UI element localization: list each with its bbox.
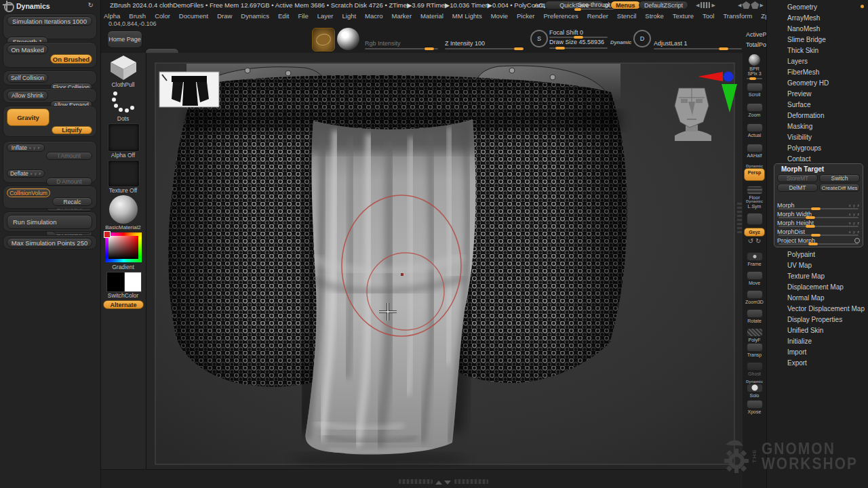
morph-dist-slider[interactable]: MorphDistx y z — [777, 227, 860, 236]
xpose-button[interactable]: Xpose — [744, 400, 765, 414]
color-picker[interactable] — [105, 232, 142, 262]
draw-size-track[interactable] — [549, 47, 608, 49]
floor-button[interactable]: Floor — [744, 186, 765, 200]
menu-item[interactable]: Transform — [721, 12, 754, 20]
tool-section-item[interactable]: Texture Map — [767, 271, 868, 282]
tool-section-item[interactable]: Displacement Map — [767, 282, 868, 293]
i-amount-slider[interactable]: I Amount — [46, 152, 92, 160]
menu-item[interactable]: Render — [585, 12, 610, 20]
solo-button[interactable]: Dynamic Solo — [744, 380, 765, 398]
tool-section-item[interactable]: Vector Displacement Map — [767, 304, 868, 314]
menu-item[interactable]: Macro — [363, 12, 384, 20]
xyz-axis-toggle-icon[interactable]: x y z — [849, 203, 860, 207]
menu-item[interactable]: Stroke — [643, 12, 665, 20]
self-collision-slider[interactable]: Self Collision — [7, 73, 48, 83]
tray-divider-grip-right[interactable] — [454, 479, 488, 484]
texture-off-thumbnail[interactable] — [108, 160, 140, 187]
tool-section-item[interactable]: NanoMesh — [767, 24, 868, 35]
switch-button[interactable]: Switch — [819, 174, 860, 182]
draw-size-slider[interactable]: Draw Size 45.58936 — [549, 39, 604, 45]
refresh-icon[interactable]: ↻ — [88, 1, 94, 9]
ui-size-widget-icon[interactable]: ◀▶ — [696, 1, 715, 9]
tool-section-item[interactable]: Polygroups — [767, 143, 868, 154]
inflate-button[interactable]: Inflatex y z — [7, 144, 45, 152]
tool-section-item[interactable]: FiberMesh — [767, 67, 868, 78]
move-3d-button[interactable]: Move — [744, 271, 765, 285]
collision-volume-toggle[interactable]: CollisionVolum — [7, 188, 50, 197]
tool-section-item[interactable]: Geometry HD — [767, 78, 868, 89]
home-page-button[interactable]: Home Page — [107, 30, 142, 48]
tool-section-item[interactable]: Geometry — [767, 2, 868, 13]
xyz-axis-toggle-icon[interactable]: x y z — [849, 230, 860, 234]
tool-section-item[interactable]: Initialize — [767, 336, 868, 347]
max-simulation-points-slider[interactable]: Max Simulation Points 250 — [7, 238, 92, 247]
menu-item[interactable]: Marker — [390, 12, 414, 20]
main-color-swatch[interactable] — [106, 272, 125, 292]
tool-section-item[interactable]: Normal Map — [767, 293, 868, 304]
polymesh-widget-icon[interactable]: ◀▶ — [738, 1, 764, 9]
menu-item[interactable]: Light — [340, 12, 358, 20]
rotate-3d-button[interactable]: Rotate — [744, 309, 765, 323]
focal-shift-slider[interactable]: Focal Shift 0 — [549, 29, 583, 36]
gravity-button[interactable]: Gravity — [7, 108, 50, 126]
z-intensity-slider[interactable]: Z Intensity 100 — [445, 40, 485, 47]
morph-slider[interactable]: Morphx y z — [777, 201, 860, 209]
tool-section-item[interactable]: Export — [767, 358, 868, 369]
tray-divider-grip-left[interactable] — [399, 479, 433, 484]
tool-section-item[interactable]: Surface — [767, 100, 868, 110]
menu-item[interactable]: Edit — [276, 12, 291, 20]
menu-item[interactable]: Color — [153, 12, 172, 20]
run-simulation-button[interactable]: Run Simulation — [7, 215, 92, 229]
ghost-button[interactable]: Ghost — [744, 362, 765, 376]
alternate-button[interactable]: Alternate — [103, 300, 144, 309]
tool-section-item[interactable]: Unified Skin — [767, 325, 868, 336]
secondary-color-swatch[interactable] — [124, 272, 142, 292]
menu-item[interactable]: Preferences — [541, 12, 580, 20]
alpha-off-thumbnail[interactable] — [108, 123, 140, 152]
color-saturation-square[interactable] — [108, 236, 138, 259]
tool-section-item[interactable]: Masking — [767, 121, 868, 132]
menu-item[interactable]: Tool — [701, 12, 716, 20]
tool-section-item[interactable]: UV Map — [767, 260, 868, 271]
on-masked-button[interactable]: On Masked — [7, 45, 48, 54]
dynamic-drawsize-label[interactable]: Dynamic — [610, 39, 631, 45]
clothpull-brush-thumbnail[interactable] — [109, 54, 138, 81]
creatediff-mesh-button[interactable]: CreateDiff Mes — [819, 184, 860, 192]
menu-item[interactable]: Alpha — [102, 12, 122, 20]
replay-icon[interactable]: D — [633, 30, 651, 47]
menu-item[interactable]: Picker — [515, 12, 536, 20]
zoom-button[interactable]: Zoom — [744, 103, 765, 117]
adjust-last-slider[interactable]: AdjustLast 1 — [654, 40, 688, 47]
scroll-button[interactable]: Scroll — [744, 83, 765, 97]
project-morph-slider[interactable]: Project Morph — [777, 236, 860, 245]
morph-height-slider[interactable]: Morph Heightx y z — [777, 218, 860, 227]
menu-item[interactable]: Brush — [127, 12, 148, 20]
polyframe-button[interactable]: PolyF — [744, 328, 765, 342]
tool-section-item[interactable]: Display Properties — [767, 314, 868, 325]
current-material-sphere[interactable] — [337, 28, 359, 50]
menu-item[interactable]: Draw — [215, 12, 234, 20]
frame-button[interactable]: Frame — [744, 252, 765, 266]
aahalf-button[interactable]: AAHalf — [744, 144, 765, 158]
menu-item[interactable]: Document — [177, 12, 210, 20]
rgb-intensity-slider[interactable]: Rgb Intensity — [365, 40, 401, 47]
viewport-3d-scene[interactable] — [146, 53, 743, 469]
menu-item[interactable]: Dynamics — [239, 12, 271, 20]
persp-button[interactable]: Dynamic Persp — [744, 164, 765, 181]
transp-button[interactable]: Transp — [744, 343, 765, 357]
recalc-button[interactable]: Recalc — [52, 197, 92, 206]
material-thumbnail[interactable] — [109, 195, 138, 224]
menu-item[interactable]: Movie — [489, 12, 510, 20]
on-brushed-button[interactable]: On Brushed — [50, 54, 92, 64]
z-intensity-track[interactable] — [445, 48, 524, 49]
default-zscript-button[interactable]: DefaultZScript — [639, 1, 688, 9]
xyz-axis-toggle-icon[interactable]: x y z — [31, 171, 41, 176]
actual-button[interactable]: Actual — [744, 123, 765, 138]
simulation-iterations-slider[interactable]: Simulation Iterations 1000 — [7, 16, 92, 26]
current-brush-thumbnail[interactable] — [312, 28, 335, 52]
liquify-button[interactable]: Liquify — [52, 126, 92, 134]
camera-rotate-buttons[interactable]: ↺ ↻ — [744, 237, 765, 245]
dynamic-lsym-label[interactable]: Dynamic — [744, 199, 765, 203]
del-mt-button[interactable]: DelMT — [777, 184, 818, 192]
cloth-panel[interactable] — [292, 115, 478, 466]
